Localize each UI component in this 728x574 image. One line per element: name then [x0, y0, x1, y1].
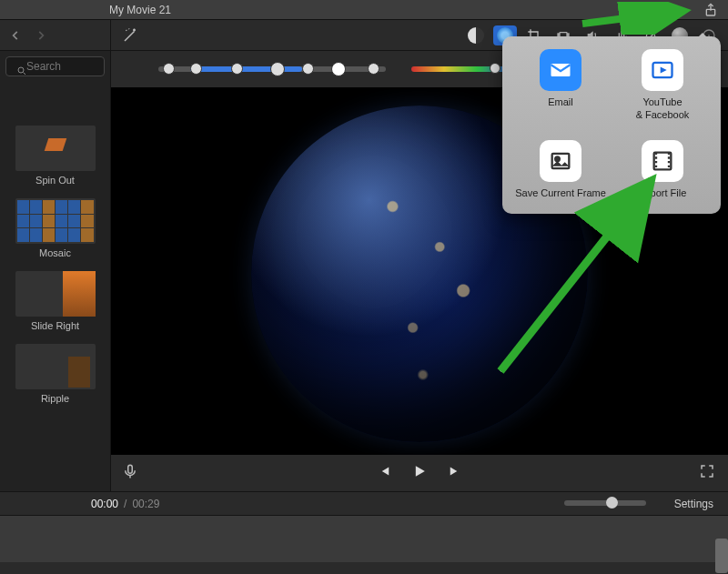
share-option-label: Export File: [639, 187, 687, 200]
save-frame-icon: [540, 140, 581, 182]
share-option-export-file[interactable]: Export File: [613, 140, 712, 200]
playback-bar: [111, 455, 728, 491]
sidebar-item-label: Mosaic: [39, 247, 71, 258]
transition-thumb: [15, 198, 96, 244]
magic-wand-button[interactable]: [118, 25, 142, 45]
share-option-youtube-facebook[interactable]: YouTube & Facebook: [613, 49, 712, 122]
youtube-facebook-icon: [642, 49, 683, 91]
transition-thumb: [15, 126, 96, 171]
duration-time: 00:29: [132, 498, 159, 510]
search-icon: [16, 65, 27, 79]
share-popover: Email YouTube & Facebook Save Current Fr…: [502, 36, 721, 214]
vertical-scrollbar[interactable]: [715, 539, 728, 573]
email-icon: [540, 49, 581, 91]
export-file-icon: [642, 140, 683, 182]
share-button[interactable]: [703, 2, 719, 18]
nav-back-button[interactable]: [5, 25, 25, 45]
transition-thumb: [15, 344, 96, 389]
window-titlebar: My Movie 21: [0, 0, 728, 20]
time-row: 00:00 / 00:29 Settings: [0, 491, 728, 515]
sidebar-item-label: Spin Out: [35, 175, 75, 186]
svg-rect-7: [128, 465, 133, 473]
settings-button[interactable]: Settings: [674, 498, 713, 510]
exposure-slider[interactable]: [158, 66, 386, 72]
sidebar-nav: [0, 20, 110, 51]
sidebar-item-mosaic[interactable]: Mosaic: [5, 198, 105, 258]
timeline-track[interactable]: [0, 515, 728, 562]
svg-point-1: [18, 67, 24, 73]
prev-button[interactable]: [376, 463, 392, 483]
share-option-label: Email: [548, 96, 573, 109]
transition-thumb: [15, 271, 96, 317]
sidebar-item-spin-out[interactable]: Spin Out: [5, 126, 105, 186]
share-option-email[interactable]: Email: [511, 49, 610, 122]
sidebar: Spin Out Mosaic Slide Right Ripple: [0, 20, 111, 491]
share-option-save-frame[interactable]: Save Current Frame: [511, 140, 610, 200]
next-button[interactable]: [447, 463, 463, 483]
zoom-slider[interactable]: [564, 500, 646, 506]
share-option-label: Save Current Frame: [515, 187, 606, 200]
project-title: My Movie 21: [109, 4, 171, 16]
color-balance-button[interactable]: [464, 25, 488, 45]
share-option-label: YouTube & Facebook: [636, 96, 690, 122]
sidebar-item-label: Slide Right: [31, 320, 79, 331]
sidebar-item-slide-right[interactable]: Slide Right: [5, 271, 105, 331]
sidebar-item-list: Spin Out Mosaic Slide Right Ripple: [0, 80, 110, 491]
current-time: 00:00: [91, 498, 118, 510]
nav-forward-button[interactable]: [31, 25, 51, 45]
fullscreen-button[interactable]: [699, 463, 715, 483]
svg-point-11: [555, 156, 560, 161]
sidebar-search: [5, 56, 105, 76]
sidebar-item-ripple[interactable]: Ripple: [5, 344, 105, 404]
play-button[interactable]: [410, 462, 429, 484]
voiceover-button[interactable]: [122, 463, 138, 483]
sidebar-item-label: Ripple: [41, 393, 69, 404]
